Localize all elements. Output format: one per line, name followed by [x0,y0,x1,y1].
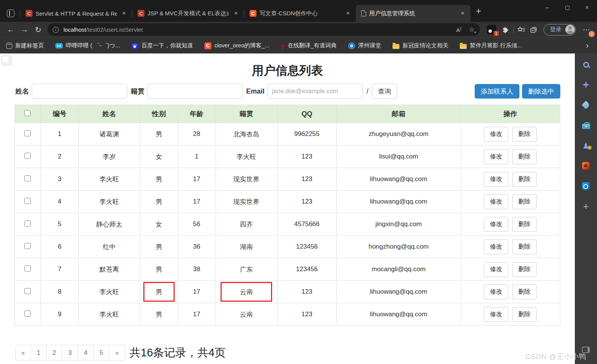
add-contact-button[interactable]: 添加联系人 [475,84,519,99]
pager-prev[interactable]: « [15,345,31,361]
name-filter-input[interactable] [32,84,127,99]
cell-actions: 修改删除 [461,168,560,191]
table-row: 2李岁女1李火旺123lisui@qq.com修改删除 [15,146,560,168]
delete-button[interactable]: 删除 [512,285,537,299]
delete-button[interactable]: 删除 [512,307,537,322]
login-button[interactable]: 登录 [543,24,576,36]
forward-icon[interactable]: → [18,23,31,36]
edit-button[interactable]: 修改 [484,194,508,209]
bookmark-label: 潭州课堂 [358,42,381,49]
edit-button[interactable]: 修改 [484,262,508,277]
table-row: 5静心师太女56四齐4575666jingxin@qq.com修改删除 [15,213,560,236]
edit-button[interactable]: 修改 [484,149,508,164]
update-badge: ↑ [589,31,595,37]
email-filter-input[interactable] [267,84,363,99]
tab-jsp-mvc[interactable]: C JSP & MVC开发模式 & EL表达式 × [132,5,244,22]
bookmarks-overflow-icon[interactable]: › [586,41,591,51]
edit-button[interactable]: 修改 [484,127,508,142]
read-aloud-icon[interactable]: A) [456,26,461,33]
tab-csdn-editor[interactable]: C 写文章-CSDN创作中心 × [244,5,356,22]
tab-user-management-active[interactable]: 用户信息管理系统 × [356,5,470,22]
row-checkbox[interactable] [24,130,31,136]
pager-page-1[interactable]: 1 [31,345,47,361]
edit-button[interactable]: 修改 [484,239,508,254]
bookmark-folder[interactable]: 新冠疫情论文相关 [393,42,448,49]
search-button[interactable]: 查询 [372,84,397,99]
delete-selected-button[interactable]: 删除选中 [522,84,560,99]
cell-age: 17 [178,191,216,213]
delete-button[interactable]: 删除 [512,194,537,209]
row-checkbox[interactable] [24,220,31,226]
row-checkbox[interactable] [24,175,31,181]
bookmark-youdao[interactable]: 在线翻译_有道词典 [281,42,337,50]
close-button[interactable]: × [577,0,597,15]
column-header: 年龄 [178,105,216,123]
bookmark-label: clover_oreo的博客_... [214,42,269,49]
bookmark-bilibili[interactable]: 哔哩哔哩 ( ゜-゜)つ... [55,42,120,49]
row-checkbox[interactable] [24,288,31,294]
collections-icon[interactable] [527,24,540,36]
extension-app-icon[interactable]: 1 [487,25,496,34]
new-tab-button[interactable]: + [476,6,481,16]
edit-button[interactable]: 修改 [484,285,508,299]
tab-actions-icon[interactable] [7,10,15,17]
cell-age: 1 [178,146,216,168]
table-row: 7默苍离男38广东123456mocangli@qq.com修改删除 [15,258,560,281]
back-icon[interactable]: ← [4,23,18,36]
cell-text: hongzhong@qq.com [368,243,428,250]
delete-button[interactable]: 删除 [512,217,537,232]
edit-button[interactable]: 修改 [484,172,508,187]
origin-filter-input[interactable] [147,84,243,99]
pager-page-3[interactable]: 3 [62,345,78,361]
office-icon[interactable] [581,161,591,171]
maximize-button[interactable] [557,0,577,15]
minimize-button[interactable]: – [537,0,557,15]
tab-close-icon[interactable]: × [120,10,128,17]
outlook-icon[interactable] [581,181,591,191]
extensions-puzzle-icon[interactable] [500,24,512,36]
bookmark-folder[interactable]: 暂伴月将影 行乐须... [460,42,522,49]
edit-button[interactable]: 修改 [484,307,508,322]
delete-button[interactable]: 删除 [512,239,537,254]
tab-close-icon[interactable]: × [344,10,352,17]
add-favorite-icon[interactable]: ☆+ [469,26,475,34]
cell-email: mocangli@qq.com [337,258,461,281]
tab-close-icon[interactable]: × [459,10,467,17]
search-icon[interactable] [581,60,591,70]
pager-page-2[interactable]: 2 [47,345,62,361]
bookmark-tanzhou[interactable]: 潭州课堂 [348,42,381,49]
favorites-icon[interactable] [515,24,527,36]
bookmark-baidu[interactable]: 百度一下，你就知道 [131,42,193,49]
cell-text: 8 [58,288,61,295]
address-bar[interactable]: i localhost/test02/userListServlet A) ☆+ [47,23,480,36]
pager-page-4[interactable]: 4 [78,345,94,361]
more-menu-icon[interactable]: ⋯ ↑ [580,25,593,34]
cell-origin: 广东 [216,258,277,281]
bookmark-csdn[interactable]: clover_oreo的博客_... [204,42,269,49]
tab-servlet-http[interactable]: C Servlet & HTTP & Request & Res × [20,5,132,22]
discover-sparkle-icon[interactable] [581,80,591,90]
shopping-tag-icon[interactable] [581,100,591,110]
games-icon[interactable] [581,141,591,150]
url-text[interactable]: localhost/test02/userListServlet [63,26,143,33]
refresh-icon[interactable]: ↻ [31,23,45,36]
select-all-checkbox[interactable] [24,110,31,116]
row-checkbox[interactable] [24,153,31,159]
delete-button[interactable]: 删除 [512,127,537,142]
tab-close-icon[interactable]: × [232,10,240,17]
row-checkbox[interactable] [24,311,31,317]
delete-button[interactable]: 删除 [512,172,537,187]
cell-text: 李火旺 [99,176,119,183]
edit-button[interactable]: 修改 [484,217,508,232]
pager-next[interactable]: » [109,345,125,361]
delete-button[interactable]: 删除 [512,149,537,164]
row-checkbox[interactable] [24,243,31,249]
add-app-icon[interactable] [581,201,591,211]
site-info-icon[interactable]: i [53,27,59,33]
pager-page-5[interactable]: 5 [94,345,109,361]
toolbox-icon[interactable] [581,120,591,130]
row-checkbox[interactable] [24,198,31,204]
row-checkbox[interactable] [24,265,31,272]
bookmark-newtab[interactable]: 新建标签页 [6,42,44,49]
delete-button[interactable]: 删除 [512,262,537,277]
